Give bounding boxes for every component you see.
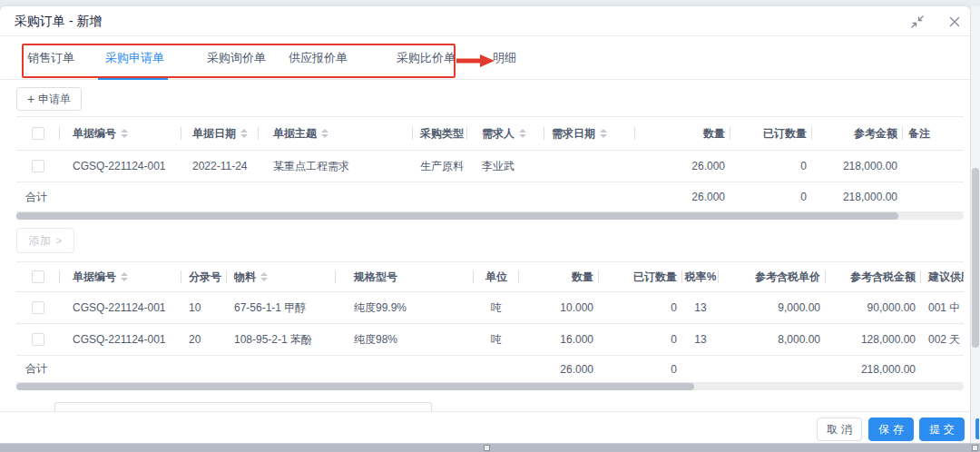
cancel-button[interactable]: 取 消 (817, 418, 862, 441)
col-header-unit: 单位 (474, 262, 519, 291)
sort-caret-icon[interactable] (519, 129, 526, 138)
window-horizontal-scrollbar[interactable] (0, 443, 980, 452)
cell-tax-rate: 13 (682, 292, 719, 323)
compress-icon[interactable] (910, 15, 925, 29)
tab-sales-order[interactable]: 销售订单 (27, 36, 74, 80)
sort-caret-icon[interactable] (260, 272, 268, 281)
dialog-header: 采购订单 - 新增 (0, 6, 970, 36)
col-header-demand-date[interactable]: 需求日期 (544, 117, 635, 150)
cell-unit: 吨 (474, 324, 519, 355)
cell-requester: 李业武 (467, 151, 544, 182)
cell-entry-no: 10 (181, 292, 227, 323)
table-header-row: 单据编号 分录号 物料 规格型号 单位 数量 已订数量 税率% 参考含税单价 参… (16, 262, 964, 292)
row-checkbox[interactable] (32, 160, 44, 172)
table-row[interactable]: CGSQ-221124-001 20 108-95-2-1 苯酚 纯度98% 吨… (16, 324, 964, 356)
dialog-title: 采购订单 - 新增 (15, 14, 102, 30)
sort-caret-icon[interactable] (121, 272, 128, 281)
total-ordered-qty: 0 (599, 356, 682, 382)
dialog-footer: 取 消 保 存 提 交 (0, 411, 970, 443)
scrollbar-handle[interactable] (484, 445, 490, 451)
add-request-button[interactable]: + 申请单 (16, 87, 82, 111)
cell-ordered-qty: 0 (730, 151, 812, 182)
cell-ref-tax-amount: 128,000.00 (826, 324, 921, 355)
row-checkbox[interactable] (32, 333, 44, 346)
cell-remark (903, 151, 964, 182)
select-all-checkbox[interactable] (32, 127, 44, 140)
sort-caret-icon[interactable] (121, 129, 128, 138)
cell-qty: 26.000 (635, 151, 730, 182)
col-header-tax-rate: 税率% (682, 262, 719, 291)
select-all-checkbox[interactable] (32, 270, 44, 283)
col-header-requester[interactable]: 需求人 (467, 117, 544, 150)
scrollbar-handle[interactable] (972, 445, 978, 451)
total-qty: 26.000 (635, 182, 730, 211)
total-ref-tax-amount: 218,000.00 (826, 356, 921, 382)
cell-qty: 16.000 (519, 324, 599, 355)
table-row[interactable]: CGSQ-221124-001 2022-11-24 某重点工程需求 生产原料 … (16, 151, 964, 182)
tab-purchase-request[interactable]: 采购申请单 (105, 36, 164, 80)
col-header-material[interactable]: 物料 (227, 262, 336, 291)
cell-suggested-supplier: 001 中 (921, 292, 964, 323)
table-header-row: 单据编号 单据日期 单据主题 采购类型 需求人 需求日期 数量 已订数量 参考金… (16, 117, 964, 151)
tab-detail[interactable]: 明细 (493, 36, 516, 80)
total-label: 合计 (16, 182, 181, 211)
tab-purchase-inquiry[interactable]: 采购询价单 (207, 36, 266, 80)
tab-supplier-quote[interactable]: 供应报价单 (289, 36, 348, 80)
append-button[interactable]: 添加 > (16, 228, 74, 253)
total-qty: 26.000 (519, 356, 599, 382)
cell-material: 108-95-2-1 苯酚 (227, 324, 336, 355)
total-spacer (181, 356, 519, 382)
sort-caret-icon[interactable] (600, 129, 607, 138)
scrollbar-thumb[interactable] (16, 212, 898, 220)
add-request-label: 申请单 (38, 92, 71, 107)
col-header-doc-date[interactable]: 单据日期 (181, 117, 259, 150)
cell-entry-no: 20 (181, 324, 227, 355)
sort-caret-icon[interactable] (240, 129, 248, 138)
row-select-cell (16, 324, 60, 355)
total-spacer (181, 182, 635, 211)
col-header-ref-tax-amount: 参考含税金额 (826, 262, 921, 291)
cell-ordered-qty: 0 (599, 324, 682, 355)
submit-button[interactable]: 提 交 (919, 418, 965, 441)
scrollbar-thumb[interactable] (16, 383, 694, 390)
cell-doc-subject: 某重点工程需求 (259, 151, 413, 182)
col-header-ref-unit-price: 参考含税单价 (719, 262, 826, 291)
table1-horizontal-scrollbar[interactable] (16, 212, 964, 220)
scrollbar-thumb[interactable] (972, 168, 979, 348)
total-spacer (682, 356, 826, 382)
col-header-purchase-type: 采购类型 (413, 117, 467, 150)
col-header-ref-amount: 参考金额 (812, 117, 903, 150)
col-header-doc-no[interactable]: 单据编号 (60, 262, 181, 291)
total-spacer (921, 356, 964, 382)
cell-doc-no: CGSQ-221124-001 (60, 324, 181, 355)
cell-spec-model: 纯度98% (336, 324, 474, 355)
cell-qty: 10.000 (519, 292, 599, 323)
table-total-row: 合计 26.000 0 218,000.00 (16, 356, 964, 383)
close-icon[interactable] (947, 15, 962, 29)
cell-doc-no: CGSQ-221124-001 (60, 292, 181, 323)
col-header-remark: 备注 (903, 117, 964, 150)
select-all-cell (16, 117, 60, 150)
cell-tax-rate: 13 (682, 324, 719, 355)
col-header-qty: 数量 (519, 262, 599, 291)
col-header-doc-subject[interactable]: 单据主题 (259, 117, 413, 150)
row-checkbox[interactable] (32, 301, 44, 314)
append-label: 添加 (29, 233, 51, 249)
row-select-cell (16, 151, 60, 182)
plus-icon: + (27, 93, 34, 105)
window-vertical-scrollbar[interactable] (971, 6, 980, 443)
cell-suggested-supplier: 002 天 (921, 324, 964, 355)
tab-price-comparison[interactable]: 采购比价单 (397, 36, 456, 80)
col-header-doc-no[interactable]: 单据编号 (60, 117, 181, 150)
table-total-row: 合计 26.000 0 218,000.00 (16, 182, 964, 212)
total-spacer (903, 182, 964, 211)
cell-ref-tax-amount: 90,000.00 (826, 292, 921, 323)
table-row[interactable]: CGSQ-221124-001 10 67-56-1-1 甲醇 纯度99.9% … (16, 292, 964, 324)
table2-horizontal-scrollbar[interactable] (16, 383, 964, 390)
clipped-button-edge (975, 418, 979, 439)
save-button[interactable]: 保 存 (868, 418, 914, 441)
cell-doc-date: 2022-11-24 (181, 151, 259, 182)
col-header-ordered-qty: 已订数量 (730, 117, 812, 150)
cell-spec-model: 纯度99.9% (336, 292, 474, 323)
sort-caret-icon[interactable] (321, 129, 328, 138)
